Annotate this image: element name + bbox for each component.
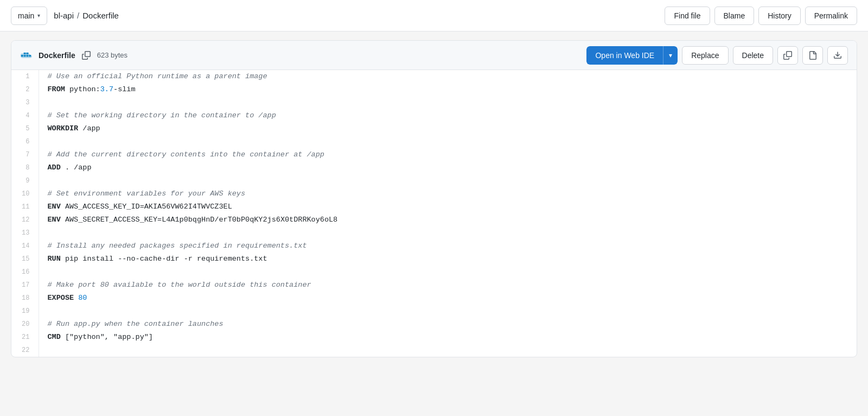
table-row: 10# Set environment variables for your A… (11, 187, 857, 200)
table-row: 8ADD . /app (11, 161, 857, 174)
line-code: ENV AWS_SECRET_ACCESS_KEY=L4A1p0bqgHnD/e… (39, 213, 857, 226)
line-code: # Set environment variables for your AWS… (39, 187, 857, 200)
table-row: 2FROM python:3.7-slim (11, 83, 857, 96)
table-row: 12ENV AWS_SECRET_ACCESS_KEY=L4A1p0bqgHnD… (11, 213, 857, 226)
table-row: 11ENV AWS_ACCESS_KEY_ID=AKIA56VW62I4TWVC… (11, 200, 857, 213)
file-name: Dockerfile (39, 51, 75, 60)
raw-button[interactable] (802, 46, 823, 65)
table-row: 14# Install any needed packages specifie… (11, 239, 857, 253)
table-row: 16 (11, 266, 857, 279)
file-container: Dockerfile 623 bytes Open in Web IDE ▾ R… (11, 40, 857, 357)
breadcrumb: bl-api / Dockerfile (54, 11, 119, 20)
line-code: # Make port 80 available to the world ou… (39, 279, 857, 292)
top-bar-right: Find file Blame History Permalink (665, 7, 857, 25)
line-number: 12 (11, 213, 39, 226)
copy-path-button[interactable] (81, 50, 92, 61)
table-row: 6 (11, 135, 857, 148)
file-header: Dockerfile 623 bytes Open in Web IDE ▾ R… (11, 41, 857, 70)
table-row: 20# Run app.py when the container launch… (11, 318, 857, 331)
line-code (39, 174, 857, 187)
branch-dropdown[interactable]: main ▾ (11, 7, 47, 25)
table-row: 22 (11, 344, 857, 357)
open-web-ide-group: Open in Web IDE ▾ (586, 46, 678, 65)
line-code: # Run app.py when the container launches (39, 318, 857, 331)
line-number: 21 (11, 331, 39, 344)
history-button[interactable]: History (758, 7, 801, 25)
line-number: 22 (11, 344, 39, 357)
chevron-down-icon: ▾ (37, 12, 40, 18)
table-row: 1# Use an official Python runtime as a p… (11, 70, 857, 83)
code-content: 1# Use an official Python runtime as a p… (11, 70, 857, 357)
line-code: WORKDIR /app (39, 122, 857, 135)
table-row: 19 (11, 305, 857, 318)
line-number: 16 (11, 266, 39, 279)
line-code (39, 266, 857, 279)
line-number: 9 (11, 174, 39, 187)
line-code: # Add the current directory contents int… (39, 148, 857, 161)
line-number: 5 (11, 122, 39, 135)
line-code: ADD . /app (39, 161, 857, 174)
line-code: # Set the working directory in the conta… (39, 109, 857, 122)
delete-button[interactable]: Delete (733, 46, 773, 65)
table-row: 4# Set the working directory in the cont… (11, 109, 857, 122)
line-code: EXPOSE 80 (39, 292, 857, 305)
line-code (39, 226, 857, 239)
download-button[interactable] (827, 46, 848, 65)
table-row: 5WORKDIR /app (11, 122, 857, 135)
line-code (39, 96, 857, 109)
line-number: 8 (11, 161, 39, 174)
table-row: 21CMD ["python", "app.py"] (11, 331, 857, 344)
find-file-button[interactable]: Find file (665, 7, 710, 25)
line-code: # Install any needed packages specified … (39, 239, 857, 253)
line-code: CMD ["python", "app.py"] (39, 331, 857, 344)
line-code: # Use an official Python runtime as a pa… (39, 70, 857, 83)
line-number: 18 (11, 292, 39, 305)
breadcrumb-file: Dockerfile (82, 11, 119, 20)
line-number: 3 (11, 96, 39, 109)
code-table: 1# Use an official Python runtime as a p… (11, 70, 857, 357)
replace-button[interactable]: Replace (682, 46, 728, 65)
top-bar: main ▾ bl-api / Dockerfile Find file Bla… (0, 0, 868, 31)
copy-raw-button[interactable] (777, 46, 798, 65)
line-number: 1 (11, 70, 39, 83)
line-number: 19 (11, 305, 39, 318)
line-number: 20 (11, 318, 39, 331)
line-code (39, 305, 857, 318)
open-web-ide-dropdown-button[interactable]: ▾ (663, 46, 678, 65)
file-header-left: Dockerfile 623 bytes (20, 49, 127, 62)
line-code: ENV AWS_ACCESS_KEY_ID=AKIA56VW62I4TWVCZ3… (39, 200, 857, 213)
blame-button[interactable]: Blame (714, 7, 755, 25)
line-number: 14 (11, 239, 39, 253)
table-row: 18EXPOSE 80 (11, 292, 857, 305)
table-row: 3 (11, 96, 857, 109)
file-size: 623 bytes (97, 51, 127, 59)
breadcrumb-repo: bl-api (54, 11, 74, 20)
line-number: 2 (11, 83, 39, 96)
table-row: 15RUN pip install --no-cache-dir -r requ… (11, 253, 857, 266)
open-web-ide-button[interactable]: Open in Web IDE (586, 46, 663, 65)
line-code: RUN pip install --no-cache-dir -r requir… (39, 253, 857, 266)
table-row: 7# Add the current directory contents in… (11, 148, 857, 161)
permalink-button[interactable]: Permalink (805, 7, 857, 25)
line-number: 10 (11, 187, 39, 200)
branch-name: main (18, 11, 34, 20)
line-number: 4 (11, 109, 39, 122)
line-number: 6 (11, 135, 39, 148)
table-row: 17# Make port 80 available to the world … (11, 279, 857, 292)
line-number: 13 (11, 226, 39, 239)
line-number: 15 (11, 253, 39, 266)
line-number: 11 (11, 200, 39, 213)
line-number: 7 (11, 148, 39, 161)
line-code (39, 344, 857, 357)
line-code: FROM python:3.7-slim (39, 83, 857, 96)
table-row: 9 (11, 174, 857, 187)
file-header-right: Open in Web IDE ▾ Replace Delete (586, 46, 848, 65)
table-row: 13 (11, 226, 857, 239)
top-bar-left: main ▾ bl-api / Dockerfile (11, 7, 119, 25)
line-number: 17 (11, 279, 39, 292)
breadcrumb-separator: / (77, 11, 79, 20)
line-code (39, 135, 857, 148)
docker-icon (20, 49, 33, 62)
